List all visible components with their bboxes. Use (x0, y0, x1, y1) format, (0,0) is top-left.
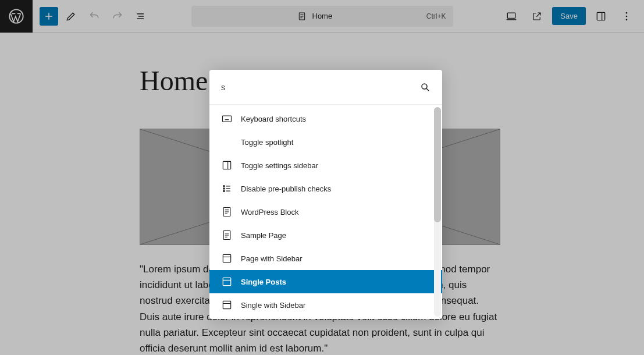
layout-icon (221, 299, 233, 311)
svg-point-19 (422, 84, 427, 89)
command-item-sample-page[interactable]: Sample Page (209, 223, 442, 247)
command-item-wordpress-block[interactable]: WordPress Block (209, 200, 442, 223)
page-icon (221, 229, 233, 241)
command-item-label: Toggle spotlight (241, 138, 293, 147)
command-item-label: Toggle settings sidebar (241, 161, 318, 170)
command-item-label: WordPress Block (241, 208, 298, 216)
keyboard-icon (221, 113, 233, 125)
command-palette: Keyboard shortcuts Toggle spotlight Togg… (209, 70, 442, 319)
sidebar-icon (221, 159, 233, 171)
command-search-row (209, 70, 442, 105)
palette-scroll-thumb[interactable] (434, 107, 441, 222)
command-search-input[interactable] (221, 83, 420, 92)
page-icon (221, 206, 233, 218)
svg-line-20 (426, 88, 429, 91)
command-item-label: Keyboard shortcuts (241, 115, 306, 123)
layout-icon (221, 276, 233, 287)
palette-scrollbar[interactable] (434, 107, 441, 317)
command-item-label: Disable pre-publish checks (241, 184, 331, 193)
command-item-label: Sample Page (241, 231, 286, 240)
svg-rect-26 (223, 161, 230, 169)
command-item-toggle-settings-sidebar[interactable]: Toggle settings sidebar (209, 154, 442, 177)
layout-icon (221, 253, 233, 264)
svg-rect-46 (223, 301, 230, 308)
command-item-toggle-spotlight[interactable]: Toggle spotlight (209, 130, 442, 154)
blank-icon (221, 136, 233, 148)
command-item-page-with-sidebar[interactable]: Page with Sidebar (209, 247, 442, 270)
svg-rect-44 (223, 278, 230, 285)
svg-point-28 (223, 186, 225, 187)
command-item-label: Single Posts (241, 278, 286, 286)
command-item-single-posts[interactable]: Single Posts (209, 270, 442, 293)
checklist-icon (221, 183, 233, 194)
command-item-disable-prepublish[interactable]: Disable pre-publish checks (209, 177, 442, 200)
command-item-keyboard-shortcuts[interactable]: Keyboard shortcuts (209, 107, 442, 130)
svg-point-30 (223, 190, 225, 191)
svg-rect-42 (223, 254, 230, 262)
command-item-label: Single with Sidebar (241, 301, 305, 310)
svg-rect-21 (223, 116, 232, 122)
search-icon (420, 82, 430, 93)
command-item-label: Page with Sidebar (241, 254, 303, 263)
command-results-list: Keyboard shortcuts Toggle spotlight Togg… (209, 105, 442, 319)
svg-point-29 (223, 188, 225, 189)
command-item-single-with-sidebar[interactable]: Single with Sidebar (209, 293, 442, 317)
